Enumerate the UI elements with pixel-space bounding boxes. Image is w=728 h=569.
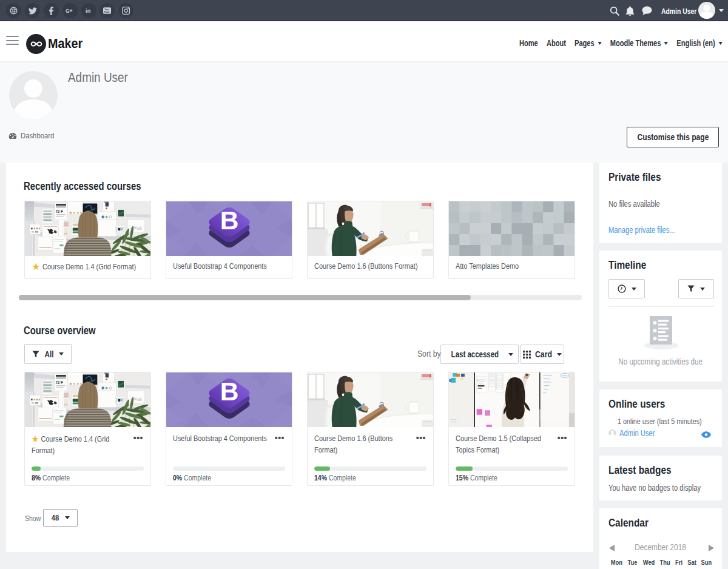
svg-text:You: You bbox=[104, 8, 109, 11]
svg-text:G+: G+ bbox=[66, 8, 73, 14]
svg-text:Tube: Tube bbox=[104, 10, 110, 13]
svg-text:in: in bbox=[86, 8, 91, 14]
